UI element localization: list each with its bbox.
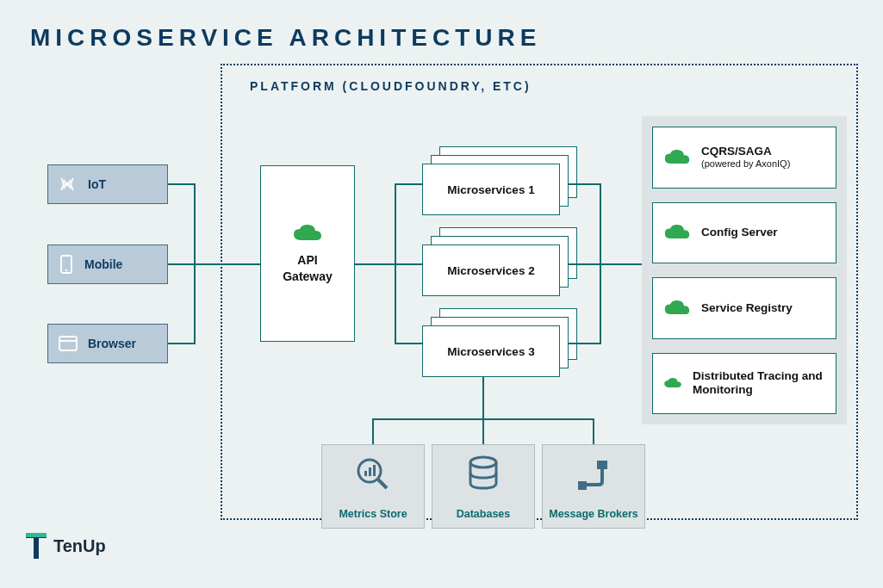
connector (569, 183, 601, 185)
api-gateway: API Gateway (260, 165, 355, 342)
client-iot-label: IoT (88, 177, 106, 191)
svg-rect-9 (373, 465, 376, 476)
client-iot: IoT (47, 164, 168, 204)
microservices-2-stack: Microservices 2 (422, 227, 569, 296)
microservices-3-stack: Microservices 3 (422, 308, 569, 377)
side-registry: Service Registry (652, 277, 836, 339)
side-tracing-label: Distributed Tracing and Monitoring (693, 369, 825, 397)
connector (168, 343, 194, 344)
databases: Databases (432, 444, 535, 529)
pipe-icon (575, 455, 613, 493)
microservices-1: Microservices 1 (422, 164, 560, 215)
svg-rect-3 (59, 337, 77, 350)
svg-point-10 (470, 457, 496, 467)
client-mobile: Mobile (47, 244, 168, 284)
side-cqrs: CQRS/SAGA(powered by AxonIQ) (652, 127, 836, 189)
client-mobile-label: Mobile (84, 257, 122, 271)
cloud-icon (663, 299, 691, 318)
connector (569, 343, 601, 344)
tenup-logo-text: TenUp (53, 536, 106, 556)
message-brokers-label: Message Brokers (549, 508, 638, 521)
side-config: Config Server (652, 202, 836, 264)
cloud-icon (663, 223, 691, 242)
side-panel: CQRS/SAGA(powered by AxonIQ) Config Serv… (642, 116, 847, 424)
microservices-1-stack: Microservices 1 (422, 146, 569, 215)
metrics-store-label: Metrics Store (339, 508, 407, 521)
svg-point-0 (66, 183, 69, 186)
iot-icon (59, 176, 78, 193)
browser-icon (59, 336, 78, 351)
microservices-2: Microservices 2 (422, 244, 560, 296)
connector (593, 418, 594, 444)
tenup-logo-icon (24, 531, 50, 560)
connector (600, 263, 642, 265)
connector (194, 263, 260, 265)
connector (569, 263, 601, 265)
side-registry-label: Service Registry (701, 301, 793, 315)
microservices-3-label: Microservices 3 (447, 345, 534, 358)
side-cqrs-label: CQRS/SAGA(powered by AxonIQ) (701, 145, 790, 170)
databases-label: Databases (457, 508, 511, 521)
tenup-logo: TenUp (24, 531, 106, 560)
cloud-icon (663, 374, 682, 393)
api-gateway-label: API Gateway (283, 252, 333, 283)
side-tracing: Distributed Tracing and Monitoring (652, 353, 836, 415)
svg-point-2 (65, 269, 67, 271)
database-icon (466, 455, 501, 493)
microservices-1-label: Microservices 1 (447, 183, 534, 196)
message-brokers: Message Brokers (542, 444, 645, 529)
cloud-icon (663, 148, 691, 167)
microservices-2-label: Microservices 2 (447, 264, 534, 277)
microservices-3: Microservices 3 (422, 325, 560, 377)
mobile-icon (59, 255, 74, 274)
metrics-icon (354, 455, 392, 493)
svg-rect-7 (364, 471, 367, 476)
platform-label: PLATFORM (CLOUDFOUNDRY, ETC) (250, 79, 532, 93)
svg-rect-8 (369, 467, 371, 476)
client-browser: Browser (47, 324, 168, 363)
svg-line-6 (378, 480, 387, 488)
client-browser-label: Browser (88, 337, 136, 350)
page-title: MICROSERVICE ARCHITECTURE (30, 24, 541, 52)
connector (372, 418, 374, 444)
connector (482, 418, 484, 444)
side-config-label: Config Server (701, 226, 778, 239)
connector (168, 183, 194, 185)
connector (482, 377, 484, 418)
connector (168, 263, 194, 265)
cloud-icon (292, 223, 323, 244)
connector (355, 263, 396, 265)
metrics-store: Metrics Store (321, 444, 425, 529)
